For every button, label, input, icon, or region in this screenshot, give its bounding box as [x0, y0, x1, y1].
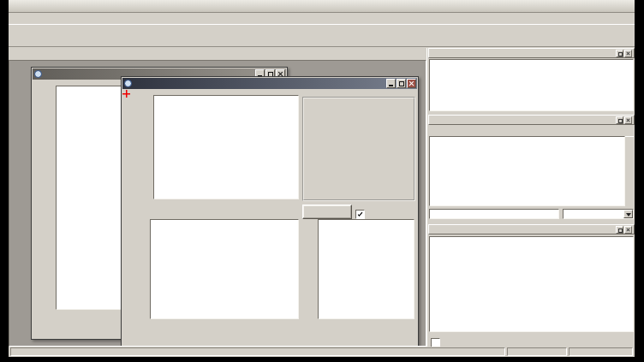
dock-close-icon[interactable] [624, 226, 632, 234]
toolbar [9, 24, 635, 47]
current-position-marker [122, 90, 130, 98]
data-filters-dock [427, 224, 635, 347]
maximize-icon[interactable] [397, 79, 406, 88]
update-button[interactable] [302, 205, 352, 219]
toppview-logo-icon [34, 70, 42, 78]
toppview-logo-icon [124, 80, 132, 87]
dock-area [426, 48, 635, 347]
status-message [10, 347, 505, 356]
document-tabbar [9, 47, 426, 60]
scan-search-input[interactable] [429, 209, 559, 219]
bsa1-view[interactable] [122, 90, 417, 347]
layers-list [429, 59, 634, 111]
filters-list [429, 236, 634, 332]
layers-dock-titlebar[interactable] [428, 48, 635, 58]
mz-axis-label [123, 248, 130, 291]
dock-float-icon[interactable] [616, 116, 623, 124]
scan-table [429, 136, 625, 206]
status-rt [507, 347, 567, 356]
views-dock-titlebar[interactable] [428, 115, 635, 125]
dock-close-icon[interactable] [624, 116, 632, 124]
bsa1-titlebar[interactable] [122, 78, 417, 89]
auto-update-checkbox-box[interactable] [355, 210, 365, 219]
menubar [9, 12, 635, 24]
combo-dropdown-icon[interactable] [623, 210, 633, 218]
mdi-workspace [9, 60, 426, 347]
views-tabbar [429, 125, 634, 137]
projections-panel [302, 97, 415, 201]
minimize-icon[interactable] [386, 79, 396, 88]
status-mz [569, 347, 633, 356]
toppview-window [9, 0, 635, 357]
statusbar [9, 347, 635, 357]
dock-close-icon[interactable] [624, 50, 632, 57]
desktop [0, 0, 644, 362]
subwindow-bsa1[interactable] [121, 76, 419, 347]
dock-float-icon[interactable] [616, 50, 623, 57]
peak-map-2d[interactable] [150, 219, 299, 319]
close-icon[interactable] [407, 79, 416, 88]
window-titlebar[interactable] [9, 0, 635, 13]
dock-float-icon[interactable] [616, 226, 623, 234]
search-column-combo[interactable] [563, 209, 634, 219]
mz-projection-plot[interactable] [318, 219, 414, 319]
layers-dock [427, 48, 635, 113]
tic-chromatogram-plot[interactable] [153, 95, 299, 199]
filters-dock-titlebar[interactable] [428, 224, 635, 234]
intensity-axis-label [33, 175, 39, 252]
views-dock [427, 115, 635, 223]
